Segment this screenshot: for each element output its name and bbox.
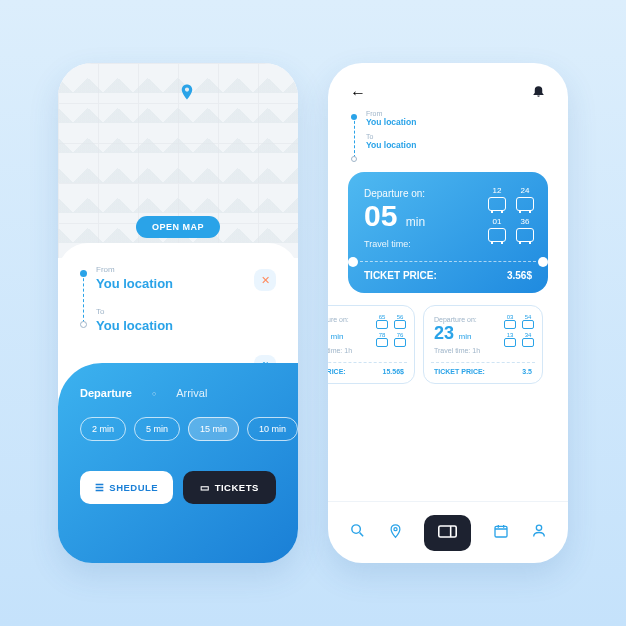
mini-time: 23 — [434, 323, 454, 343]
mini-cards-row[interactable]: Departure on: 12 min Travel time: 1h 65 … — [328, 305, 568, 384]
bus-icon — [394, 320, 406, 329]
to-dot-icon — [80, 321, 87, 328]
bus-icon — [522, 338, 534, 347]
mini-from-label: From — [366, 110, 542, 117]
map-area[interactable]: OPEN MAP — [58, 63, 298, 258]
departure-unit: min — [406, 215, 425, 229]
mini-card-0[interactable]: Departure on: 12 min Travel time: 1h 65 … — [328, 305, 415, 384]
mini-travel: Travel time: 1h — [328, 347, 404, 354]
svg-rect-3 — [495, 526, 507, 537]
segment-control[interactable]: Departure ○ Arrival — [80, 387, 276, 399]
clear-from-button[interactable]: ✕ — [254, 269, 276, 291]
bus-list: 12 24 01 36 — [488, 186, 534, 242]
price-label: TICKET PRICE: — [364, 270, 437, 281]
ticket-perforation — [431, 362, 535, 363]
svg-point-0 — [352, 525, 361, 534]
phone-screen-1: OPEN MAP From You location ✕ To You loca… — [58, 63, 298, 563]
nav-location[interactable] — [388, 522, 403, 544]
mini-price: 15.56$ — [383, 368, 404, 375]
bottom-nav — [328, 501, 568, 563]
bus-icon — [488, 228, 506, 242]
schedule-button[interactable]: ☰ SHEDULE — [80, 471, 173, 504]
nav-calendar[interactable] — [493, 523, 509, 543]
from-dot-icon — [80, 270, 87, 277]
schedule-button-label: SHEDULE — [109, 482, 158, 493]
mini-from-value: You location — [366, 117, 542, 127]
time-chips: 2 min 5 min 15 min 10 min — [80, 417, 276, 441]
mini-location-panel: From You location To You location — [328, 110, 568, 166]
bus-icon — [504, 320, 516, 329]
open-map-button[interactable]: OPEN MAP — [136, 216, 220, 238]
segment-divider-icon: ○ — [152, 390, 156, 397]
svg-point-4 — [536, 525, 541, 530]
ticket-perforation — [360, 261, 536, 262]
main-ticket-card[interactable]: Departure on: 05 min Travel time: 12 24 … — [348, 172, 548, 293]
mini-price: 3.5 — [522, 368, 532, 375]
from-row[interactable]: From You location ✕ — [96, 265, 276, 291]
from-dot-icon — [351, 114, 357, 120]
bottom-sheet: Departure ○ Arrival 2 min 5 min 15 min 1… — [58, 363, 298, 563]
mini-to-row[interactable]: To You location — [366, 133, 542, 150]
mini-to-label: To — [366, 133, 542, 140]
bus-number: 12 — [493, 186, 502, 195]
bus-icon — [488, 197, 506, 211]
mini-card-1[interactable]: Departure on: 23 min Travel time: 1h 03 … — [423, 305, 543, 384]
to-row[interactable]: To You location ⇅ — [96, 307, 276, 333]
mini-from-row[interactable]: From You location — [366, 110, 542, 127]
bus-icon — [522, 320, 534, 329]
seg-arrival[interactable]: Arrival — [176, 387, 207, 399]
nav-tickets[interactable] — [424, 515, 471, 551]
chip-3[interactable]: 10 min — [247, 417, 298, 441]
ticket-perforation — [328, 362, 407, 363]
bus-icon — [376, 338, 388, 347]
tickets-button-label: TICKETS — [215, 482, 259, 493]
mini-price-label: TICKET PRICE: — [434, 368, 485, 375]
chip-1[interactable]: 5 min — [134, 417, 180, 441]
bus-number: 24 — [521, 186, 530, 195]
bus-icon — [504, 338, 516, 347]
bus-number: 01 — [493, 217, 502, 226]
to-label: To — [96, 307, 276, 316]
bus-icon — [376, 320, 388, 329]
bus-icon — [516, 197, 534, 211]
nav-search[interactable] — [349, 522, 366, 543]
list-icon: ☰ — [95, 482, 105, 493]
chip-2[interactable]: 15 min — [188, 417, 239, 441]
svg-point-1 — [394, 527, 397, 530]
nav-profile[interactable] — [531, 522, 547, 543]
svg-rect-2 — [439, 525, 456, 536]
ticket-icon: ▭ — [200, 482, 210, 493]
back-button[interactable]: ← — [350, 84, 366, 102]
to-dot-icon — [351, 156, 357, 162]
mini-price-label: KET PRICE: — [328, 368, 346, 375]
mini-to-value: You location — [366, 140, 542, 150]
location-panel: From You location ✕ To You location ⇅ — [58, 243, 298, 349]
from-label: From — [96, 265, 276, 274]
map-pin-icon — [178, 81, 196, 107]
price-value: 3.56$ — [507, 270, 532, 281]
chip-0[interactable]: 2 min — [80, 417, 126, 441]
mini-unit: min — [458, 332, 471, 341]
departure-time: 05 — [364, 199, 397, 233]
bus-number: 36 — [521, 217, 530, 226]
to-value: You location — [96, 318, 276, 333]
tickets-button[interactable]: ▭ TICKETS — [183, 471, 276, 504]
mini-unit: min — [330, 332, 343, 341]
bus-icon — [516, 228, 534, 242]
bell-icon[interactable] — [531, 83, 546, 102]
bus-icon — [394, 338, 406, 347]
from-value: You location — [96, 276, 276, 291]
mini-travel: Travel time: 1h — [434, 347, 532, 354]
phone-screen-2: ← From You location To You location Depa… — [328, 63, 568, 563]
seg-departure[interactable]: Departure — [80, 387, 132, 399]
